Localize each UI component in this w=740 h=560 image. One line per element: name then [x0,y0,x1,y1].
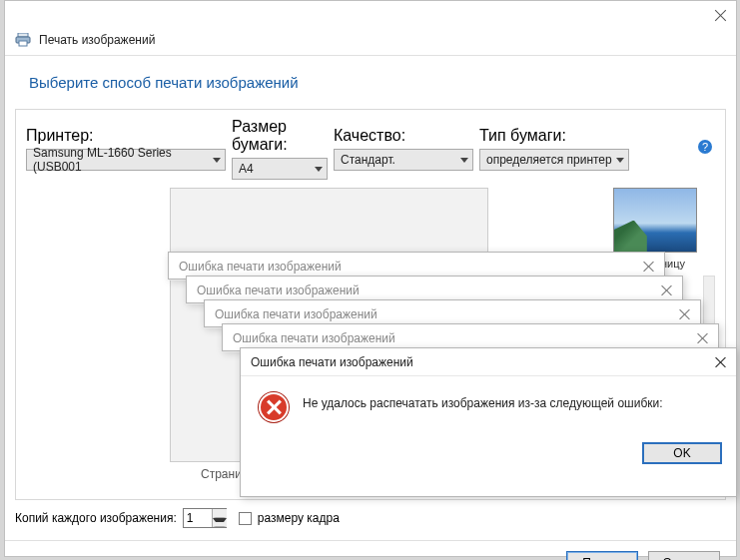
papersize-label: Размер бумаги: [232,118,328,154]
close-icon[interactable] [660,283,674,297]
error-title: Ошибка печати изображений [197,283,360,297]
close-icon[interactable] [678,307,692,321]
spin-up-icon[interactable] [213,509,227,518]
cancel-button[interactable]: Отмена [648,551,720,560]
window-subtitle: Печать изображений [5,31,736,56]
close-icon[interactable] [696,331,710,345]
copies-spinner[interactable] [183,508,227,528]
papertype-label: Тип бумаги: [479,127,629,145]
chevron-down-icon [616,158,624,163]
error-message: Не удалось распечатать изображения из-за… [303,392,663,410]
papersize-select[interactable]: A4 [232,158,328,180]
page-heading: Выберите способ печати изображений [5,56,736,109]
copies-row: Копий каждого изображения: размеру кадра [5,500,736,536]
error-title: Ошибка печати изображений [251,355,413,369]
error-title: Ошибка печати изображений [179,260,342,274]
papertype-select[interactable]: определяется принтер [479,149,629,171]
window-title-text: Печать изображений [39,33,155,47]
close-icon[interactable] [714,9,728,23]
quality-label: Качество: [334,127,473,145]
copies-input[interactable] [184,511,212,525]
chevron-down-icon [460,158,468,163]
titlebar [5,1,736,31]
fit-frame-label: размеру кадра [258,511,340,525]
ok-button[interactable]: OK [642,442,722,464]
svg-text:?: ? [702,141,708,153]
error-dialog: Ошибка печати изображений Не удалось рас… [240,347,737,497]
printer-icon [15,33,31,47]
error-title: Ошибка печати изображений [233,331,395,345]
close-icon[interactable] [714,355,728,369]
chevron-down-icon [213,158,221,163]
print-button[interactable]: Печать [566,551,638,560]
help-icon[interactable]: ? [695,139,715,159]
error-icon [259,392,289,422]
printer-select[interactable]: Samsung ML-1660 Series (USB001 [26,149,226,171]
copies-label: Копий каждого изображения: [15,511,177,525]
close-icon[interactable] [642,260,656,274]
error-title: Ошибка печати изображений [215,307,377,321]
fit-frame-checkbox[interactable] [239,512,252,525]
layout-thumbnail[interactable] [613,188,697,253]
quality-select[interactable]: Стандарт. [334,149,473,171]
svg-rect-2 [19,41,27,46]
printer-label: Принтер: [26,127,226,145]
dialog-footer: Печать Отмена [5,540,736,560]
chevron-down-icon [315,167,323,172]
error-titlebar: Ошибка печати изображений [241,348,736,376]
spin-down-icon[interactable] [213,518,227,527]
svg-rect-0 [18,33,28,37]
